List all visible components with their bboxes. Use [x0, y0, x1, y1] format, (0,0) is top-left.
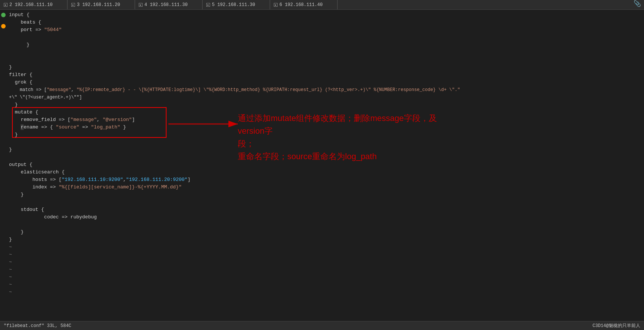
tab-4[interactable]: ▸ 5 192.168.111.30 [203, 0, 270, 9]
code-line-34: ~ [8, 258, 644, 266]
tab-bar: ▸ 2 192.168.111.10 ▸ 3 192.168.111.20 ▸ … [0, 0, 644, 10]
gutter [0, 10, 7, 321]
tab-label-5: 6 192.168.111.40 [279, 2, 323, 7]
code-line-9: filter { [8, 71, 644, 79]
code-line-6 [8, 49, 644, 56]
annotation-line1: 通过添加mutate组件修改数据；删除message字段，及version字 [238, 112, 455, 137]
code-line-37: ~ [8, 281, 644, 288]
code-line-27: stdout { [8, 206, 644, 214]
annotation-line3: 重命名字段；source重命名为log_path [238, 150, 455, 163]
code-line-10: grok { [8, 79, 644, 86]
code-line-35: ~ [8, 266, 644, 273]
code-line-1: input { [8, 11, 644, 19]
code-line-25: } [8, 191, 644, 199]
code-line-33: ~ [8, 251, 644, 258]
code-line-24: index => "%{[fields][service_name]}-%{+Y… [8, 184, 644, 191]
tab-5[interactable]: ▸ 6 192.168.111.40 [270, 0, 338, 9]
tab-label-2: 3 192.168.111.20 [77, 2, 120, 7]
tab-label-4: 5 192.168.111.30 [212, 2, 255, 7]
tab-label-3: 4 192.168.111.30 [144, 2, 188, 7]
code-line-38: ~ [8, 288, 644, 296]
tab-label-1: 2 192.168.111.10 [9, 2, 53, 7]
code-content: input { beats { port => "5044" } } filte… [7, 10, 644, 321]
code-line-12: +\" \"(?<user_agent>.+)\""] [8, 94, 644, 101]
code-line-26 [8, 199, 644, 206]
file-info: "filebeat.conf" 33L, 584C [4, 323, 71, 329]
code-line-36: ~ [8, 273, 644, 281]
code-line-31: } [8, 236, 644, 243]
tab-3[interactable]: ▸ 4 192.168.111.30 [135, 0, 203, 9]
code-line-29 [8, 221, 644, 228]
code-line-4 [8, 34, 644, 41]
annotation-text: 通过添加mutate组件修改数据；删除message字段，及version字 段… [238, 112, 455, 163]
arrow-svg [13, 109, 260, 150]
code-line-8: } [8, 64, 644, 71]
tab-icon-1: ▸ [4, 3, 8, 7]
code-line-3: port => "5044" [8, 26, 644, 34]
code-line-5: } [8, 41, 644, 49]
tab-icon-4: ▸ [206, 3, 210, 7]
status-bar: "filebeat.conf" 33L, 584C C3D14@魅栊的只羊前人 [0, 321, 644, 330]
editor-area: input { beats { port => "5044" } } filte… [0, 10, 644, 321]
tab-icon-5: ▸ [274, 3, 278, 7]
code-line-2: beats { [8, 19, 644, 26]
code-line-22: elasticsearch { [8, 169, 644, 176]
code-line-23: hosts => ["192.168.111.10:9200","192.168… [8, 176, 644, 184]
code-line-13: } [8, 101, 644, 109]
tab-icon-3: ▸ [139, 3, 143, 7]
paperclip-icon[interactable]: 📎 [633, 0, 644, 9]
tab-icon-2: ▸ [71, 3, 75, 7]
code-line-11: match => ["message", "%{IP:remote_addr} … [8, 86, 644, 94]
tab-1[interactable]: ▸ 2 192.168.111.10 [0, 0, 68, 9]
position-info: C3D14@魅栊的只羊前人 [593, 323, 640, 329]
code-line-32: ~ [8, 243, 644, 251]
code-line-30: } [8, 228, 644, 236]
code-line-7 [8, 56, 644, 64]
tab-2[interactable]: ▸ 3 192.168.111.20 [68, 0, 135, 9]
gutter-indicator-orange [1, 24, 6, 28]
code-line-28: codec => rubydebug [8, 214, 644, 221]
gutter-indicator-green [1, 13, 6, 17]
annotation-line2: 段； [238, 137, 455, 150]
